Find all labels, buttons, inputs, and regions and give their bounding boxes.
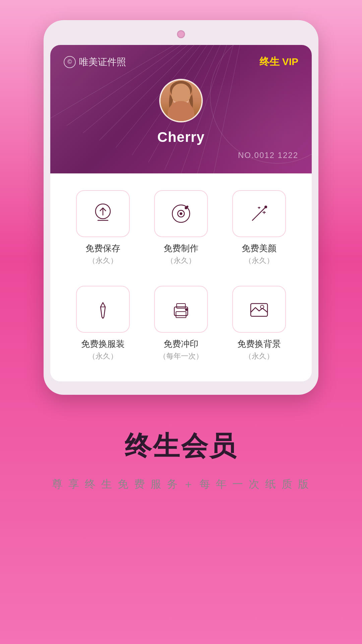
feature-beauty-icon-box (232, 190, 286, 237)
feature-bg-label: 免费换背景 （永久） (237, 338, 281, 361)
print-icon (169, 298, 193, 321)
feature-print-label: 免费冲印 （每年一次） (159, 338, 203, 361)
image-icon (247, 298, 271, 321)
svg-point-22 (187, 206, 188, 207)
feature-save-icon-box (76, 190, 130, 237)
feature-make-icon-box (154, 190, 208, 237)
svg-point-14 (170, 81, 192, 99)
svg-point-25 (265, 206, 267, 208)
bottom-description: 尊 享 终 生 免 费 服 务 ＋ 每 年 一 次 纸 质 版 (52, 475, 310, 494)
feature-beauty-label: 免费美颜 （永久） (242, 243, 277, 266)
front-camera (177, 30, 185, 38)
feature-outfit-label: 免费换服装 （永久） (81, 338, 125, 361)
svg-rect-33 (176, 312, 186, 318)
vip-card: © 唯美证件照 终生 VIP (50, 45, 312, 173)
svg-point-12 (172, 87, 190, 107)
card-username: Cherry (157, 129, 204, 145)
feature-save[interactable]: 免费保存 （永久） (69, 190, 136, 266)
disc-icon (169, 202, 193, 225)
svg-rect-34 (177, 304, 185, 308)
feature-print[interactable]: 免费冲印 （每年一次） (147, 286, 215, 361)
phone-screen: © 唯美证件照 终生 VIP (50, 45, 312, 381)
feature-make-label: 免费制作 （永久） (164, 243, 198, 266)
upload-icon (91, 202, 115, 225)
brand-icon: © (64, 56, 76, 68)
feature-bg[interactable]: 免费换背景 （永久） (226, 286, 293, 361)
wand-icon (247, 202, 271, 225)
features-row-2: 免费换服装 （永久） 免费冲印 (64, 286, 298, 361)
feature-beauty[interactable]: 免费美颜 （永久） (226, 190, 293, 266)
card-number: NO.0012 1222 (238, 151, 298, 160)
svg-line-23 (252, 210, 262, 220)
feature-save-label: 免费保存 （永久） (85, 243, 120, 266)
svg-marker-30 (101, 303, 105, 318)
card-header: © 唯美证件照 终生 VIP (64, 55, 298, 69)
svg-point-13 (168, 105, 193, 122)
feature-outfit[interactable]: 免费换服装 （永久） (69, 286, 136, 361)
brand-name: 唯美证件照 (79, 56, 126, 68)
feature-outfit-icon-box (76, 286, 130, 333)
bottom-section: 终生会员 尊 享 终 生 免 费 服 务 ＋ 每 年 一 次 纸 质 版 (32, 395, 330, 521)
bottom-title: 终生会员 (52, 428, 310, 465)
feature-print-icon-box (154, 286, 208, 333)
svg-point-20 (180, 213, 182, 215)
features-section: 免费保存 （永久） (50, 173, 312, 381)
phone-top-bar (50, 27, 312, 45)
vip-label: VIP (282, 56, 298, 67)
phone-frame: © 唯美证件照 终生 VIP (44, 20, 318, 395)
card-avatar-section: Cherry NO.0012 1222 (64, 79, 298, 160)
features-row-1: 免费保存 （永久） (64, 190, 298, 266)
card-brand: © 唯美证件照 (64, 56, 126, 68)
tie-icon (91, 298, 115, 321)
svg-point-35 (185, 309, 187, 311)
avatar-image (161, 80, 201, 121)
feature-bg-icon-box (232, 286, 286, 333)
feature-make[interactable]: 免费制作 （永久） (147, 190, 215, 266)
vip-prefix: 终生 (259, 56, 280, 67)
vip-badge: 终生 VIP (259, 55, 298, 69)
avatar (159, 79, 203, 122)
